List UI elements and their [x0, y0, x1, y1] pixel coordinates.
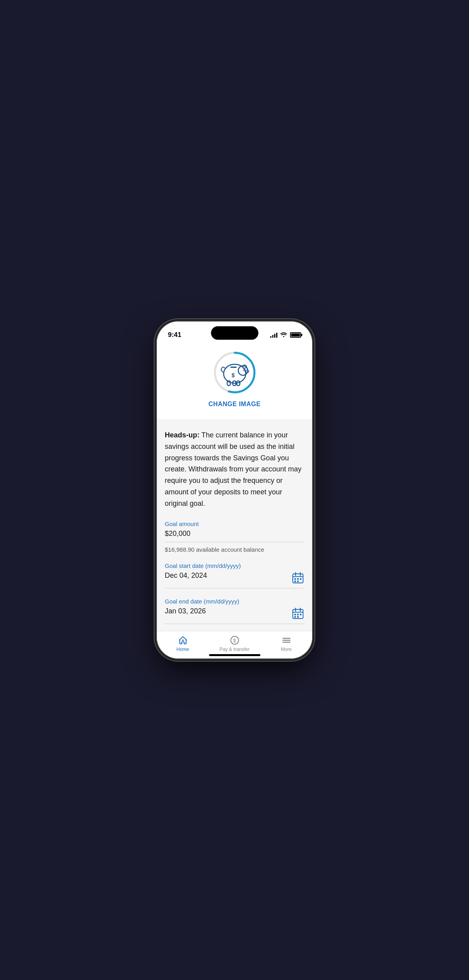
svg-text:$: $	[232, 372, 235, 378]
content-scroll[interactable]: $ CHANGE IMAGE Heads-up: The current bal…	[157, 343, 312, 631]
svg-rect-21	[294, 581, 296, 582]
status-icons	[270, 332, 301, 339]
nav-item-pay-transfer[interactable]: $ Pay & transfer	[209, 635, 260, 652]
wifi-icon	[280, 332, 287, 339]
available-balance-hint: $16,988.90 available account balance	[165, 545, 304, 553]
calendar-end-icon	[292, 607, 304, 620]
image-section: $ CHANGE IMAGE	[157, 343, 312, 420]
svg-rect-20	[300, 578, 301, 580]
goal-amount-field[interactable]: Goal amount $20,000 $16,988.90 available…	[165, 520, 304, 553]
svg-point-6	[245, 371, 246, 372]
home-indicator	[209, 654, 260, 656]
svg-rect-28	[297, 614, 299, 615]
goal-start-date-divider	[165, 588, 304, 588]
nav-item-more[interactable]: More	[260, 635, 312, 652]
calendar-start-icon	[292, 571, 304, 584]
dollar-icon: $	[229, 635, 240, 646]
heads-up-bold: Heads-up:	[165, 431, 200, 439]
nav-label-pay-transfer: Pay & transfer	[219, 647, 249, 652]
heads-up-body: The current balance in your savings acco…	[165, 431, 301, 507]
svg-rect-27	[294, 614, 296, 615]
svg-rect-22	[297, 581, 299, 582]
svg-point-32	[182, 639, 184, 641]
change-image-button[interactable]: CHANGE IMAGE	[208, 401, 260, 408]
goal-start-date-value[interactable]: Dec 04, 2024	[165, 571, 207, 584]
svg-rect-19	[297, 578, 299, 580]
svg-rect-30	[294, 616, 296, 618]
menu-icon	[281, 635, 292, 646]
svg-rect-12	[230, 367, 237, 368]
svg-text:$: $	[233, 638, 236, 643]
piggy-image-container: $	[213, 351, 256, 394]
nav-item-home[interactable]: Home	[157, 635, 209, 652]
status-time: 9:41	[168, 331, 181, 339]
phone-frame: 9:41	[157, 322, 312, 658]
svg-rect-29	[300, 614, 301, 615]
goal-start-date-row: Dec 04, 2024	[165, 571, 304, 588]
svg-rect-31	[297, 616, 299, 618]
goal-end-date-calendar-button[interactable]	[292, 607, 304, 620]
goal-end-date-field[interactable]: Goal end date (mm/dd/yyyy) Jan 03, 2026	[165, 598, 304, 624]
goal-start-date-field[interactable]: Goal start date (mm/dd/yyyy) Dec 04, 202…	[165, 562, 304, 588]
nav-label-home: Home	[176, 647, 189, 652]
svg-point-7	[247, 371, 248, 372]
goal-amount-divider	[165, 542, 304, 542]
nav-label-more: More	[281, 647, 292, 652]
goal-end-date-divider	[165, 624, 304, 624]
heads-up-paragraph: Heads-up: The current balance in your sa…	[165, 429, 304, 509]
svg-point-5	[243, 370, 244, 371]
goal-end-date-value[interactable]: Jan 03, 2026	[165, 607, 206, 619]
goal-start-date-calendar-button[interactable]	[292, 571, 304, 584]
info-section: Heads-up: The current balance in your sa…	[157, 420, 312, 631]
home-icon	[177, 635, 188, 646]
signal-icon	[270, 332, 277, 338]
battery-icon	[290, 332, 301, 338]
goal-end-date-row: Jan 03, 2026	[165, 607, 304, 624]
goal-amount-label: Goal amount	[165, 520, 304, 527]
piggy-ring-svg: $	[213, 351, 256, 394]
goal-amount-value[interactable]: $20,000	[165, 530, 304, 542]
svg-rect-18	[294, 578, 296, 580]
goal-end-date-label: Goal end date (mm/dd/yyyy)	[165, 598, 304, 605]
goal-start-date-label: Goal start date (mm/dd/yyyy)	[165, 562, 304, 569]
dynamic-island	[211, 326, 258, 340]
